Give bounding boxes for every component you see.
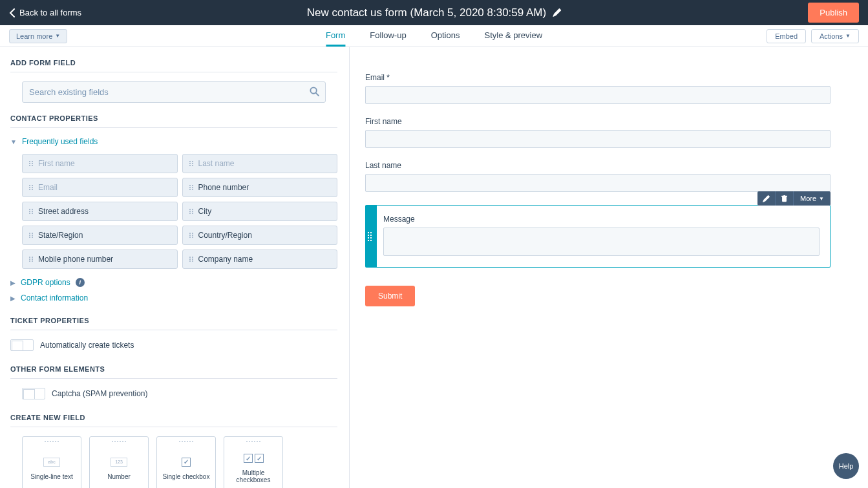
drag-handle-icon bbox=[29, 185, 33, 190]
tab-options[interactable]: Options bbox=[431, 25, 460, 47]
caret-right-icon: ▶ bbox=[10, 295, 16, 302]
learn-more-button[interactable]: Learn more ▼ bbox=[9, 29, 67, 43]
tab-follow-up[interactable]: Follow-up bbox=[370, 25, 406, 47]
create-field-card[interactable]: Multiple checkboxes bbox=[224, 436, 283, 488]
field-item[interactable]: First name bbox=[22, 154, 178, 173]
section-add-form-field: ADD FORM FIELD bbox=[10, 59, 337, 72]
form-field-input[interactable] bbox=[365, 130, 831, 148]
caret-down-icon: ▼ bbox=[845, 33, 851, 39]
svg-point-0 bbox=[310, 87, 316, 93]
left-panel: ADD FORM FIELD CONTACT PROPERTIES ▼ Freq… bbox=[0, 47, 350, 488]
delete-field-button[interactable] bbox=[776, 191, 794, 206]
field-item[interactable]: Company name bbox=[182, 249, 338, 269]
more-field-button[interactable]: More ▼ bbox=[794, 191, 831, 206]
create-field-card[interactable]: Single checkbox bbox=[156, 436, 216, 488]
create-card-label: Number bbox=[107, 473, 131, 480]
captcha-label: Captcha (SPAM prevention) bbox=[52, 389, 148, 398]
section-create-new: CREATE NEW FIELD bbox=[10, 414, 337, 427]
form-field-label: Email * bbox=[365, 73, 831, 82]
message-textarea[interactable] bbox=[383, 228, 820, 256]
embed-button[interactable]: Embed bbox=[767, 29, 806, 43]
field-item-label: Email bbox=[38, 183, 58, 192]
create-card-label: Single-line text bbox=[30, 473, 73, 480]
message-label: Message bbox=[383, 215, 820, 224]
field-item[interactable]: Country/Region bbox=[182, 226, 338, 245]
drag-handle-icon bbox=[29, 161, 33, 166]
auto-create-tickets-toggle[interactable] bbox=[10, 339, 34, 351]
field-item-label: Street address bbox=[38, 207, 89, 216]
svg-line-1 bbox=[316, 93, 319, 96]
caret-right-icon: ▶ bbox=[10, 279, 16, 286]
publish-button[interactable]: Publish bbox=[808, 3, 859, 23]
back-to-forms-link[interactable]: Back to all forms bbox=[9, 8, 81, 17]
text-field-icon: 123 bbox=[111, 458, 127, 467]
selected-form-field[interactable]: More ▼ Message bbox=[365, 205, 831, 268]
pencil-icon bbox=[763, 195, 770, 202]
create-card-label: Multiple checkboxes bbox=[224, 469, 282, 483]
field-item[interactable]: Last name bbox=[182, 154, 338, 173]
field-item-label: State/Region bbox=[38, 231, 83, 240]
back-label: Back to all forms bbox=[19, 8, 81, 17]
chevron-left-icon bbox=[9, 8, 16, 17]
caret-down-icon: ▼ bbox=[55, 33, 60, 39]
field-item-label: Phone number bbox=[198, 183, 249, 192]
field-item-label: City bbox=[198, 207, 212, 216]
drag-handle-icon bbox=[29, 209, 33, 214]
frequently-used-toggle[interactable]: ▼ Frequently used fields bbox=[10, 137, 337, 146]
captcha-toggle[interactable] bbox=[22, 388, 45, 399]
section-other-elements: OTHER FORM ELEMENTS bbox=[10, 365, 337, 379]
search-icon[interactable] bbox=[310, 87, 319, 98]
drag-handle-icon bbox=[45, 441, 59, 442]
drag-handle-icon bbox=[189, 233, 193, 238]
drag-handle-icon bbox=[246, 441, 260, 442]
field-item[interactable]: Mobile phone number bbox=[22, 249, 178, 269]
field-item-label: Country/Region bbox=[198, 231, 252, 240]
multi-checkbox-icon bbox=[244, 454, 264, 463]
field-item[interactable]: Email bbox=[22, 178, 178, 197]
caret-down-icon: ▼ bbox=[819, 196, 824, 202]
drag-handle-icon[interactable] bbox=[368, 232, 372, 241]
field-item-label: Mobile phone number bbox=[38, 255, 113, 264]
page-title: New contact us form (March 5, 2020 8:30:… bbox=[307, 6, 546, 19]
form-preview-panel: Email *First nameLast name M bbox=[350, 47, 868, 488]
edit-field-button[interactable] bbox=[757, 191, 776, 206]
form-field-group: Email * bbox=[365, 73, 831, 104]
edit-title-icon[interactable] bbox=[553, 8, 561, 17]
tab-style-preview[interactable]: Style & preview bbox=[484, 25, 542, 47]
form-field-input[interactable] bbox=[365, 86, 831, 104]
create-field-card[interactable]: abcSingle-line text bbox=[22, 436, 81, 488]
field-item-label: Last name bbox=[198, 159, 235, 168]
field-item[interactable]: Street address bbox=[22, 202, 178, 221]
drag-handle-icon bbox=[29, 257, 33, 262]
drag-handle-icon bbox=[189, 185, 193, 190]
section-contact-properties: CONTACT PROPERTIES bbox=[10, 114, 337, 128]
field-item-label: Company name bbox=[198, 255, 253, 264]
field-item-label: First name bbox=[38, 159, 75, 168]
checkbox-icon bbox=[182, 458, 191, 467]
field-item[interactable]: Phone number bbox=[182, 178, 338, 197]
create-field-card[interactable]: 123Number bbox=[89, 436, 149, 488]
drag-handle-icon bbox=[29, 233, 33, 238]
field-item[interactable]: State/Region bbox=[22, 226, 178, 245]
search-input[interactable] bbox=[22, 81, 326, 103]
form-field-group: First name bbox=[365, 117, 831, 148]
drag-handle-icon bbox=[189, 161, 193, 166]
form-field-group: Last name bbox=[365, 161, 831, 192]
trash-icon bbox=[781, 195, 788, 202]
form-field-label: First name bbox=[365, 117, 831, 126]
gdpr-options-toggle[interactable]: ▶ GDPR options i bbox=[10, 278, 337, 287]
submit-button[interactable]: Submit bbox=[365, 286, 415, 306]
drag-handle-icon bbox=[189, 257, 193, 262]
create-card-label: Single checkbox bbox=[163, 473, 210, 480]
contact-information-toggle[interactable]: ▶ Contact information bbox=[10, 293, 337, 302]
info-icon: i bbox=[76, 278, 85, 287]
help-button[interactable]: Help bbox=[833, 453, 859, 479]
tab-form[interactable]: Form bbox=[326, 25, 345, 47]
field-item[interactable]: City bbox=[182, 202, 338, 221]
form-field-label: Last name bbox=[365, 161, 831, 170]
actions-button[interactable]: Actions ▼ bbox=[811, 29, 859, 43]
form-field-input[interactable] bbox=[365, 174, 831, 192]
drag-handle-icon bbox=[189, 209, 193, 214]
text-field-icon: abc bbox=[43, 458, 60, 467]
auto-tickets-label: Automatically create tickets bbox=[40, 341, 134, 350]
